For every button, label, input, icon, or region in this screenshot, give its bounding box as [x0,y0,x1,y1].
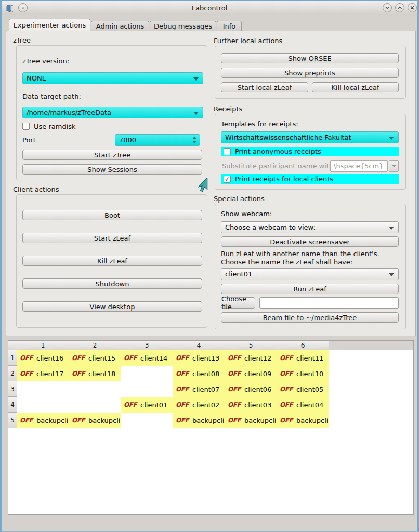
client-name: client09 [244,370,271,378]
client-status-off: OFF [280,354,293,362]
client-cell[interactable]: OFFbackupcli... [17,413,69,428]
ztree-version-combobox[interactable]: NONE [22,72,203,84]
print-local-clients-checkbox[interactable]: ✓ Print receipts for local clients [221,174,399,184]
receipt-template-value: Wirtschaftswissenschaftliche Fakultät [225,134,351,141]
client-cell[interactable]: OFFclient06 [225,381,277,397]
kill-local-zleaf-button[interactable]: Kill local zLeaf [312,82,399,92]
client-cell[interactable]: OFFclient05 [277,381,329,397]
row-header[interactable]: 5 [8,413,17,428]
zleaf-name-combobox[interactable]: client01 [221,268,399,280]
view-desktop-button[interactable]: View desktop [22,301,202,312]
kill-zleaf-button[interactable]: Kill zLeaf [22,256,202,266]
client-cell[interactable]: OFFclient17 [17,366,69,381]
run-note-line1: Run zLeaf with another name than the cli… [221,250,379,258]
tab-debug-messages[interactable]: Debug messages [150,21,216,31]
run-zleaf-button[interactable]: Run zLeaf [221,284,399,294]
client-status-off: OFF [228,385,241,393]
client-status-table[interactable]: 123456 1OFFclient16OFFclient15OFFclient1… [8,340,414,515]
use-ramdisk-checkbox[interactable]: Use ramdisk [22,122,126,130]
client-cell[interactable]: OFFclient10 [277,366,329,381]
deactivate-screensaver-button[interactable]: Deactivate screensaver [221,236,399,247]
tab-info[interactable]: Info [217,21,242,31]
labcontrol-window: Labcontrol Experimenter actions Admin ac… [0,0,419,532]
client-cell[interactable]: OFFclient15 [69,350,121,366]
column-header[interactable]: 6 [277,341,329,350]
client-cell[interactable]: OFFclient11 [277,350,329,366]
show-preprints-button[interactable]: Show preprints [221,68,399,78]
client-status-off: OFF [124,354,137,362]
checkbox-box [22,123,30,130]
table-row: 3OFFclient07OFFclient06OFFclient05 [8,381,413,397]
client-status-off: OFF [20,417,33,424]
client-name: client06 [244,385,271,393]
start-ztree-button[interactable]: Start zTree [22,150,202,160]
row-header[interactable]: 3 [8,381,17,397]
tab-label: Debug messages [154,22,212,30]
client-cell[interactable]: OFFclient01 [121,397,173,413]
tab-label: Info [223,22,236,30]
client-cell[interactable]: OFFbackupcli... [173,413,225,428]
table-row: 5OFFbackupcli...OFFbackupcli...OFFbackup… [8,413,413,428]
print-anonymous-label: Print anonymous receipts [235,148,321,155]
client-status-off: OFF [176,401,189,408]
receipt-template-combobox[interactable]: Wirtschaftswissenschaftliche Fakultät [221,131,399,143]
client-name: client18 [88,370,115,378]
client-cell[interactable]: OFFclient09 [225,366,277,381]
client-name: backupcli... [88,417,121,424]
spin-buttons[interactable] [189,135,200,145]
client-status-table-body: 1OFFclient16OFFclient15OFFclient14OFFcli… [8,350,413,428]
client-cell[interactable]: OFFclient08 [173,366,225,381]
column-header[interactable]: 1 [17,341,69,350]
client-cell[interactable]: OFFclient18 [69,366,121,381]
port-spinbox[interactable]: 7000 [115,134,200,146]
substitute-name-value: \hspace{5cm} [334,162,383,170]
client-name: client05 [296,385,323,393]
client-name: client02 [192,401,219,409]
beam-file-button[interactable]: Beam file to ~/media4zTree [221,312,399,323]
close-button[interactable] [408,3,417,12]
start-zleaf-button[interactable]: Start zLeaf [22,233,202,243]
print-anonymous-checkbox[interactable]: Print anonymous receipts [221,147,399,156]
client-status-off: OFF [72,354,85,362]
table-row: 4OFFclient01OFFclient02OFFclient03OFFcli… [8,397,413,413]
table-row: 1OFFclient16OFFclient15OFFclient14OFFcli… [8,350,413,366]
webcam-combobox[interactable]: Choose a webcam to view: [221,221,399,233]
client-cell[interactable]: OFFbackupcli... [277,413,329,428]
client-cell[interactable]: OFFclient03 [225,397,277,413]
show-orsee-button[interactable]: Show ORSEE [221,53,399,63]
client-status-off: OFF [124,401,137,408]
column-header[interactable]: 5 [225,341,277,350]
client-cell[interactable]: OFFbackupcli... [225,413,277,428]
client-cell[interactable]: OFFclient02 [173,397,225,413]
client-cell[interactable]: OFFclient13 [173,350,225,366]
client-cell[interactable]: OFFbackupcli... [69,413,121,428]
row-header[interactable]: 2 [8,366,17,381]
boot-button[interactable]: Boot [22,210,202,220]
show-sessions-button[interactable]: Show Sessions [22,164,202,175]
ztree-group-label: zTree [13,36,31,44]
data-path-combobox[interactable]: /home/markus/zTreeData [22,107,203,118]
minimize-button[interactable] [383,3,392,12]
client-cell[interactable]: OFFclient07 [173,381,225,397]
client-cell[interactable]: OFFclient16 [17,350,69,366]
client-name: client11 [296,354,323,362]
choose-file-button[interactable]: Choose file [221,297,255,309]
client-cell[interactable]: OFFclient04 [277,397,329,413]
run-note-line2: Choose the name the zLeaf shall have: [221,258,352,266]
column-header[interactable]: 3 [121,341,173,350]
file-path-input[interactable] [259,297,399,309]
client-status-off: OFF [176,370,189,377]
client-cell[interactable]: OFFclient14 [121,350,173,366]
column-header[interactable]: 4 [173,341,225,350]
shutdown-button[interactable]: Shutdown [22,278,202,289]
row-header[interactable]: 4 [8,397,17,413]
row-header[interactable]: 1 [8,350,17,366]
column-header[interactable]: 2 [69,341,121,350]
client-name: client14 [140,354,167,362]
tab-experimenter-actions[interactable]: Experimenter actions [9,19,90,31]
tab-admin-actions[interactable]: Admin actions [91,21,149,31]
start-local-zleaf-button[interactable]: Start local zLeaf [221,82,308,92]
maximize-button[interactable] [395,3,404,12]
empty-cell [121,381,173,397]
client-cell[interactable]: OFFclient12 [225,350,277,366]
